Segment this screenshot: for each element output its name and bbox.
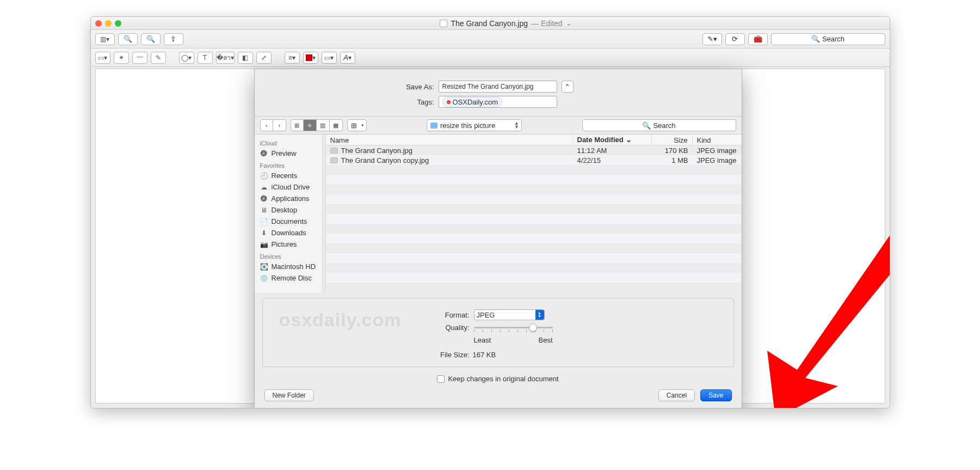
instant-alpha-button[interactable]: ✶ (114, 52, 129, 64)
draw-button[interactable]: ✎ (151, 52, 166, 64)
quality-label: Quality: (437, 323, 470, 332)
quality-best-label: Best (538, 336, 552, 344)
format-label: Format: (437, 311, 470, 319)
icon-view-button[interactable]: ⊞ (291, 119, 304, 131)
fill-color-button[interactable]: ▭▾ (322, 52, 337, 64)
tags-field[interactable]: OSXDaily.com (439, 96, 557, 108)
sidebar-section-devices: Devices (255, 250, 322, 261)
edit-button[interactable]: 🧰 (748, 33, 768, 45)
close-window-button[interactable] (95, 20, 102, 27)
table-row (326, 283, 742, 292)
nav-back-forward: ‹ › (260, 119, 286, 131)
sidebar-view-button[interactable]: ▥▾ (95, 33, 115, 45)
table-row[interactable]: The Grand Canyon copy.jpg4/22/151 MBJPEG… (326, 155, 742, 165)
back-button[interactable]: ‹ (260, 119, 273, 131)
rotate-icon: ⟳ (732, 35, 738, 43)
chevron-updown-icon: ▲▼ (514, 121, 519, 129)
browser-search-field[interactable]: 🔍Search (582, 119, 736, 131)
text-button[interactable]: T (198, 52, 213, 64)
view-mode-group: ⊞ ≡ ▥ ▦ (291, 119, 343, 131)
sidebar-item-applications[interactable]: 🅐Applications (255, 193, 322, 204)
group-by-button[interactable]: ⊞▾ (347, 119, 367, 131)
toolbox-icon: 🧰 (754, 35, 762, 43)
zoom-window-button[interactable] (115, 20, 121, 27)
format-popup[interactable]: JPEG ▲▼ (474, 309, 545, 320)
traffic-lights (95, 20, 121, 27)
sidebar-item-icloud-drive[interactable]: ☁iCloud Drive (255, 181, 322, 193)
sidebar-item-remote-disc[interactable]: 💿Remote Disc (255, 272, 322, 284)
toolbar: ▥▾ 🔍 🔍 ⇪ ✎▾ ⟳ 🧰 🔍Search (91, 30, 890, 48)
font-style-button[interactable]: A▾ (340, 52, 355, 64)
sidebar-item-desktop[interactable]: 🖥Desktop (255, 204, 322, 216)
sign-button[interactable]: �ลา▾ (216, 52, 235, 64)
title-dropdown-chevron-icon[interactable]: ⌄ (566, 19, 572, 27)
cloud-icon: ☁ (260, 184, 268, 191)
border-color-button[interactable]: ▾ (303, 52, 318, 64)
column-date-modified[interactable]: Date Modified⌄ (573, 135, 652, 145)
cancel-button[interactable]: Cancel (658, 389, 695, 401)
folder-popup[interactable]: resize this picture ▲▼ (427, 119, 522, 131)
adjust-color-button[interactable]: ◧ (238, 52, 253, 64)
table-row (326, 253, 742, 263)
quality-least-label: Least (474, 336, 491, 344)
tag-color-dot-icon (447, 100, 451, 104)
expand-collapse-button[interactable]: ⌃ (562, 81, 574, 93)
share-button[interactable]: ⇪ (164, 33, 183, 45)
file-thumb-icon (330, 157, 338, 163)
sort-indicator-icon: ⌄ (626, 136, 632, 144)
desktop-icon: 🖥 (260, 206, 268, 213)
sidebar-item-pictures[interactable]: 📷Pictures (255, 239, 322, 250)
share-icon: ⇪ (170, 35, 176, 43)
quality-slider[interactable] (474, 324, 553, 332)
save-as-field[interactable] (439, 81, 557, 93)
column-view-button[interactable]: ▥ (317, 119, 330, 131)
table-row (326, 175, 742, 185)
sidebar-item-recents[interactable]: 🕘Recents (255, 170, 322, 181)
column-kind[interactable]: Kind (693, 135, 742, 145)
edited-label: — Edited (531, 19, 563, 28)
minimize-window-button[interactable] (105, 20, 112, 27)
rotate-button[interactable]: ⟳ (725, 33, 745, 45)
column-name[interactable]: Name (326, 135, 573, 145)
forward-button[interactable]: › (273, 119, 286, 131)
table-row (326, 234, 742, 243)
shapes-button[interactable]: ◯▾ (179, 52, 194, 64)
file-thumb-icon (330, 148, 338, 154)
zoom-out-button[interactable]: 🔍 (118, 33, 138, 45)
filesize-value: 167 KB (473, 351, 496, 359)
sidebar-item-preview[interactable]: 🅐Preview (255, 148, 322, 159)
sidebar-item-downloads[interactable]: ⬇Downloads (255, 227, 322, 239)
downloads-icon: ⬇ (260, 229, 268, 236)
selection-tool-button[interactable]: ▭▾ (95, 52, 110, 64)
document-proxy-icon[interactable] (440, 20, 447, 27)
keep-changes-checkbox[interactable] (437, 375, 445, 383)
save-button[interactable]: Save (700, 389, 731, 401)
table-row[interactable]: The Grand Canyon.jpg11:12 AM170 KBJPEG i… (326, 145, 742, 155)
slider-thumb[interactable] (529, 323, 537, 332)
file-list: Name Date Modified⌄ Size Kind The Grand … (326, 135, 742, 292)
table-row (326, 204, 742, 214)
sidebar-item-macintosh-hd[interactable]: 💽Macintosh HD (255, 261, 322, 272)
gallery-view-button[interactable]: ▦ (330, 119, 343, 131)
disc-icon: 💿 (260, 274, 268, 282)
tag-chip[interactable]: OSXDaily.com (442, 97, 503, 107)
search-icon: 🔍 (642, 121, 651, 130)
markup-button[interactable]: ✎▾ (702, 33, 722, 45)
apps-icon: 🅐 (260, 195, 268, 202)
toolbar-search-field[interactable]: 🔍Search (771, 33, 885, 45)
zoom-in-button[interactable]: 🔍 (141, 33, 161, 45)
file-browser-toolbar: ‹ › ⊞ ≡ ▥ ▦ ⊞▾ resize this picture ▲▼ 🔍S… (255, 116, 742, 135)
watermark-text: osxdaily.com (279, 309, 402, 331)
chevron-updown-icon: ▲▼ (535, 310, 544, 320)
table-row (326, 273, 742, 283)
list-view-button[interactable]: ≡ (304, 119, 317, 131)
line-style-button[interactable]: ≡▾ (285, 52, 300, 64)
sidebar-item-documents[interactable]: 📄Documents (255, 216, 322, 227)
new-folder-button[interactable]: New Folder (264, 389, 314, 401)
column-size[interactable]: Size (652, 135, 693, 145)
sidebar: iCloud 🅐Preview Favorites 🕘Recents ☁iClo… (255, 135, 323, 292)
sketch-button[interactable]: 〰 (132, 52, 147, 64)
adjust-size-button[interactable]: ⤢ (256, 52, 272, 64)
preview-app-window: The Grand Canyon.jpg — Edited ⌄ ▥▾ 🔍 🔍 ⇪… (90, 16, 890, 408)
search-icon: 🔍 (811, 35, 820, 43)
